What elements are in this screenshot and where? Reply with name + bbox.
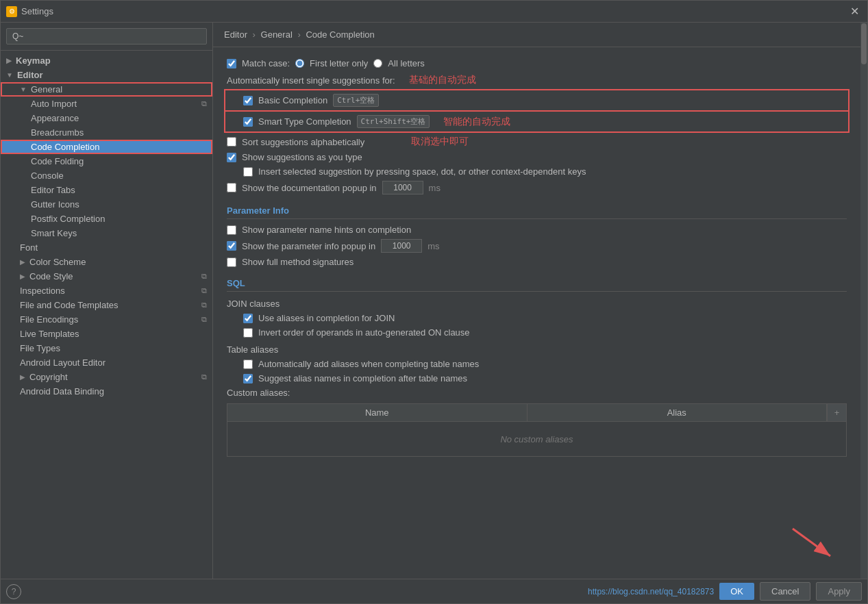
table-body: No custom aliases — [227, 422, 846, 456]
sidebar-item-file-types[interactable]: File Types — [1, 341, 212, 355]
apply-button[interactable]: Apply — [816, 582, 862, 601]
sidebar-item-postfix-completion[interactable]: Postfix Completion — [1, 212, 212, 226]
param-info-popup-row: Show the parameter info popup in ms — [227, 239, 847, 253]
first-letter-radio[interactable] — [295, 59, 304, 68]
sidebar-item-auto-import[interactable]: Auto Import ⧉ — [1, 97, 212, 111]
sidebar-item-file-code-templates[interactable]: File and Code Templates ⧉ — [1, 298, 212, 312]
close-button[interactable]: ✕ — [847, 3, 862, 19]
basic-completion-row: Basic Completion Ctrl+空格 — [227, 92, 847, 109]
file-encodings-label: File Encodings — [20, 314, 78, 325]
watermark: https://blog.csdn.net/qq_40182873 — [588, 587, 714, 596]
full-method-sig-checkbox[interactable] — [227, 257, 236, 267]
custom-aliases-table: Name Alias + No custom aliases — [227, 403, 847, 457]
android-data-binding-label: Android Data Binding — [20, 386, 104, 397]
cancel-button[interactable]: Cancel — [760, 582, 810, 601]
auto-insert-label: Automatically insert single suggestions … — [227, 75, 395, 86]
search-box — [1, 23, 212, 51]
code-style-label: Code Style — [29, 271, 73, 281]
sidebar-item-appearance[interactable]: Appearance — [1, 111, 212, 125]
param-name-hints-checkbox[interactable] — [227, 225, 236, 235]
right-panel: Editor › General › Code Completion Match… — [213, 23, 860, 579]
title-bar: ⚙ Settings ✕ — [1, 1, 867, 23]
copy-icon: ⧉ — [201, 99, 207, 108]
breadcrumb-active: Code Completion — [306, 29, 374, 40]
sidebar-item-editor-tabs[interactable]: Editor Tabs — [1, 183, 212, 197]
search-input[interactable] — [6, 28, 207, 45]
suggest-alias-row: Suggest alias names in completion after … — [227, 373, 847, 383]
auto-import-label: Auto Import — [31, 99, 77, 109]
param-info-popup-checkbox[interactable] — [227, 241, 236, 251]
show-doc-popup-label: Show the documentation popup in — [242, 183, 377, 193]
sidebar-item-editor[interactable]: ▼ Editor — [1, 68, 212, 82]
code-completion-label: Code Completion — [31, 142, 99, 152]
use-aliases-row: Use aliases in completion for JOIN — [227, 313, 847, 323]
suggest-alias-checkbox[interactable] — [243, 374, 253, 383]
show-doc-popup-checkbox[interactable] — [227, 183, 236, 192]
sidebar-item-keymap[interactable]: ▶ Keymap — [1, 53, 212, 68]
insert-selected-checkbox[interactable] — [243, 167, 253, 177]
sidebar-item-copyright[interactable]: ▶ Copyright ⧉ — [1, 370, 212, 384]
sort-alpha-label: Sort suggestions alphabetically — [242, 137, 364, 147]
sidebar-item-file-encodings[interactable]: File Encodings ⧉ — [1, 312, 212, 327]
show-doc-popup-value[interactable] — [382, 181, 423, 194]
auto-add-aliases-label: Automatically add aliases when completin… — [258, 359, 479, 369]
sidebar-item-color-scheme[interactable]: ▶ Color Scheme — [1, 255, 212, 269]
sidebar-item-gutter-icons[interactable]: Gutter Icons — [1, 197, 212, 212]
table-aliases-header: Table aliases — [227, 344, 847, 355]
sidebar-item-android-layout-editor[interactable]: Android Layout Editor — [1, 355, 212, 370]
smart-completion-annotation: 智能的自动完成 — [443, 116, 510, 128]
sidebar-item-code-completion[interactable]: Code Completion — [1, 140, 212, 154]
smart-keys-label: Smart Keys — [31, 228, 77, 238]
auto-add-aliases-row: Automatically add aliases when completin… — [227, 359, 847, 369]
match-case-checkbox[interactable] — [227, 59, 236, 68]
table-col-name: Name — [227, 404, 528, 421]
all-letters-radio[interactable] — [373, 59, 382, 68]
expand-icon: ▶ — [6, 57, 12, 64]
smart-completion-checkbox[interactable] — [243, 117, 253, 127]
param-name-hints-row: Show parameter name hints on completion — [227, 225, 847, 235]
sort-alpha-row: Sort suggestions alphabetically 取消选中即可 — [227, 136, 847, 148]
add-alias-button[interactable]: + — [827, 404, 846, 421]
copy-icon: ⧉ — [201, 373, 207, 381]
copyright-label: Copyright — [29, 372, 68, 382]
console-label: Console — [31, 171, 64, 181]
sql-header: SQL — [227, 278, 847, 292]
sidebar-item-live-templates[interactable]: Live Templates — [1, 327, 212, 341]
tree-area: ▶ Keymap ▼ Editor ▼ General Auto Import … — [1, 51, 212, 579]
sidebar-item-smart-keys[interactable]: Smart Keys — [1, 226, 212, 240]
copy-icon: ⧉ — [201, 301, 207, 310]
use-aliases-checkbox[interactable] — [243, 314, 253, 323]
sidebar-item-general[interactable]: ▼ General — [1, 82, 212, 97]
window-title: Settings — [21, 6, 53, 16]
gutter-icons-label: Gutter Icons — [31, 199, 79, 210]
param-info-popup-value[interactable] — [381, 239, 422, 253]
sidebar-item-console[interactable]: Console — [1, 168, 212, 183]
expand-icon: ▶ — [20, 373, 25, 381]
main-content: ▶ Keymap ▼ Editor ▼ General Auto Import … — [1, 23, 867, 579]
sort-alpha-checkbox[interactable] — [227, 137, 236, 147]
sidebar-item-font[interactable]: Font — [1, 240, 212, 255]
auto-add-aliases-checkbox[interactable] — [243, 360, 253, 369]
invert-order-checkbox[interactable] — [243, 328, 253, 338]
sidebar-item-inspections[interactable]: Inspections ⧉ — [1, 284, 212, 298]
right-scrollbar[interactable] — [860, 23, 867, 579]
sidebar-item-code-folding[interactable]: Code Folding — [1, 154, 212, 168]
sidebar: ▶ Keymap ▼ Editor ▼ General Auto Import … — [1, 23, 213, 579]
show-suggestions-checkbox[interactable] — [227, 153, 236, 162]
copy-icon: ⧉ — [201, 272, 207, 281]
file-code-templates-label: File and Code Templates — [20, 300, 119, 310]
editor-label: Editor — [17, 70, 43, 80]
insert-selected-label: Insert selected suggestion by pressing s… — [258, 166, 586, 177]
custom-aliases-label: Custom aliases: — [227, 388, 290, 398]
sidebar-item-breadcrumbs[interactable]: Breadcrumbs — [1, 125, 212, 140]
inspections-label: Inspections — [20, 286, 65, 296]
help-button[interactable]: ? — [6, 584, 21, 599]
settings-window: ⚙ Settings ✕ ▶ Keymap ▼ Editor — [0, 0, 868, 604]
bottom-bar: ? https://blog.csdn.net/qq_40182873 OK C… — [1, 579, 867, 603]
full-method-sig-label: Show full method signatures — [242, 257, 354, 267]
no-data-label: No custom aliases — [500, 434, 573, 444]
ok-button[interactable]: OK — [719, 583, 754, 600]
basic-completion-checkbox[interactable] — [243, 96, 253, 105]
sidebar-item-code-style[interactable]: ▶ Code Style ⧉ — [1, 269, 212, 284]
sidebar-item-android-data-binding[interactable]: Android Data Binding — [1, 384, 212, 399]
